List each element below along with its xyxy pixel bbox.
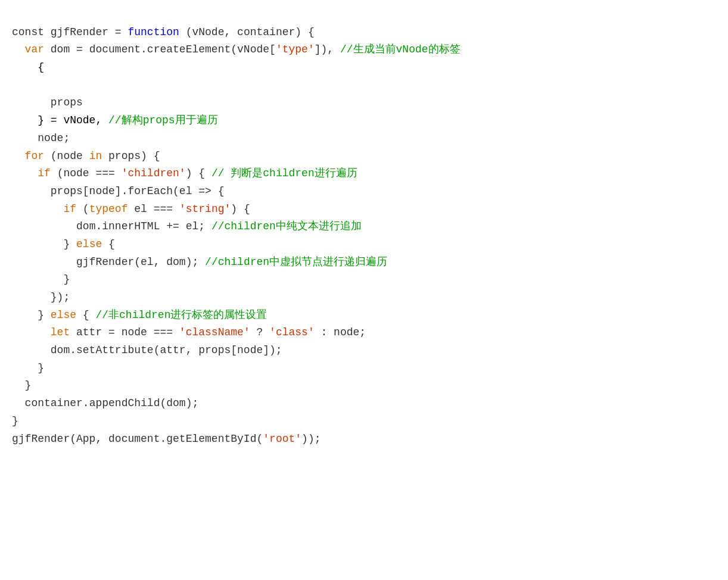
line-1: const gjfRender = function (vNode, conta… (12, 26, 461, 445)
code-editor: const gjfRender = function (vNode, conta… (12, 6, 716, 448)
